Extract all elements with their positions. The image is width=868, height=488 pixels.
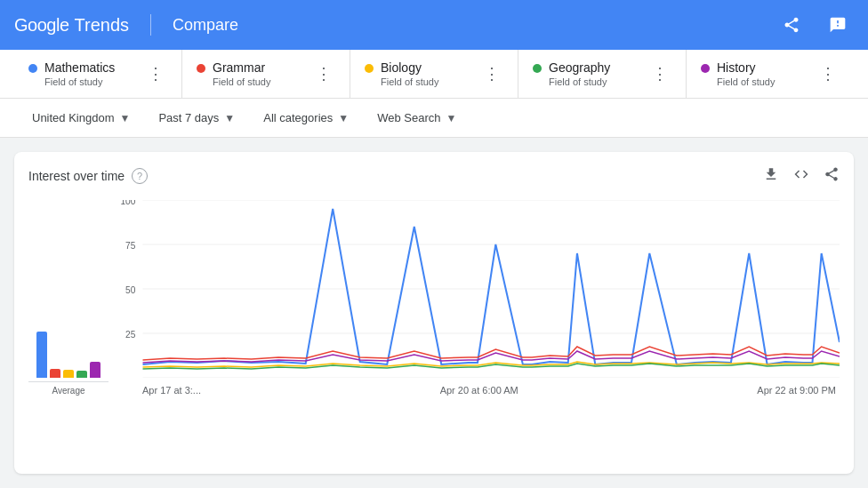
term-text-history: History Field of study (717, 60, 775, 87)
app-container: Google Trends Compare Ma (0, 0, 868, 488)
feedback-button[interactable] (822, 9, 854, 41)
mini-bar-1 (50, 369, 60, 378)
term-menu-grammar[interactable]: ⋮ (312, 60, 335, 87)
term-grammar: Grammar Field of study ⋮ (182, 50, 350, 98)
chart-body: Average 100 (28, 200, 840, 396)
term-dot-mathematics (28, 64, 37, 73)
header-left: Google Trends Compare (14, 14, 238, 36)
term-category-geography: Field of study (549, 76, 610, 87)
term-info-mathematics: Mathematics Field of study (28, 60, 144, 87)
term-text-grammar: Grammar Field of study (213, 60, 270, 87)
chart-actions (763, 166, 840, 186)
term-name-grammar: Grammar (213, 60, 270, 75)
term-category-mathematics: Field of study (44, 76, 115, 87)
time-label: Past 7 days (158, 111, 219, 124)
term-dot-biology (365, 64, 374, 73)
main-content: Mathematics Field of study ⋮ Grammar Fie… (0, 50, 868, 488)
google-wordmark: Google (14, 15, 69, 36)
average-label: Average (52, 386, 84, 396)
category-filter[interactable]: All categories ▼ (253, 106, 359, 130)
term-menu-geography[interactable]: ⋮ (648, 60, 671, 87)
mini-bar-chart (36, 324, 100, 378)
term-dot-history (701, 64, 710, 73)
time-filter[interactable]: Past 7 days ▼ (148, 106, 245, 130)
time-labels: Apr 17 at 3:... Apr 20 at 6:00 AM Apr 22… (116, 385, 840, 396)
term-name-history: History (717, 60, 775, 75)
main-chart-area: 100 75 50 25 (116, 200, 840, 396)
svg-text:25: 25 (125, 330, 136, 340)
trends-wordmark: Trends (75, 15, 130, 36)
term-name-biology: Biology (381, 60, 438, 75)
svg-text:50: 50 (125, 285, 136, 295)
term-category-history: Field of study (717, 76, 775, 87)
term-text-geography: Geography Field of study (549, 60, 610, 87)
mini-bar-3 (76, 371, 87, 378)
chart-header: Interest over time ? (28, 166, 840, 186)
share-button[interactable] (776, 9, 808, 41)
term-history: History Field of study ⋮ (687, 50, 854, 98)
region-filter[interactable]: United Kingdom ▼ (21, 106, 141, 130)
header-divider (150, 14, 151, 36)
search-type-chevron: ▼ (446, 112, 456, 124)
search-type-label: Web Search (377, 111, 440, 124)
chart-with-yaxis: 100 75 50 25 (116, 200, 840, 381)
svg-text:75: 75 (125, 241, 136, 251)
mini-bar-4 (90, 362, 100, 378)
category-chevron: ▼ (338, 112, 349, 124)
term-biology: Biology Field of study ⋮ (350, 50, 518, 98)
term-menu-history[interactable]: ⋮ (816, 60, 840, 87)
download-button[interactable] (763, 166, 779, 186)
region-label: United Kingdom (32, 111, 115, 124)
search-type-filter[interactable]: Web Search ▼ (366, 106, 467, 130)
term-text-mathematics: Mathematics Field of study (44, 60, 115, 87)
chart-title-area: Interest over time ? (28, 168, 148, 184)
chart-title: Interest over time (28, 169, 125, 183)
time-label-0: Apr 17 at 3:... (142, 385, 201, 396)
term-text-biology: Biology Field of study (381, 60, 438, 87)
term-geography: Geography Field of study ⋮ (518, 50, 687, 98)
term-category-grammar: Field of study (213, 76, 270, 87)
term-info-geography: Geography Field of study (533, 60, 648, 87)
time-label-1: Apr 20 at 6:00 AM (440, 385, 518, 396)
term-info-grammar: Grammar Field of study (197, 60, 312, 87)
header-title: Compare (173, 16, 238, 35)
term-mathematics: Mathematics Field of study ⋮ (14, 50, 182, 98)
term-info-history: History Field of study (701, 60, 816, 87)
chart-section: Interest over time ? (14, 152, 854, 474)
time-label-2: Apr 22 at 9:00 PM (757, 385, 836, 396)
chart-grid-svg: 100 75 50 25 (116, 200, 840, 378)
term-dot-grammar (197, 64, 205, 73)
term-name-geography: Geography (549, 60, 610, 75)
term-category-biology: Field of study (381, 76, 438, 87)
help-icon[interactable]: ? (132, 168, 148, 184)
filter-bar: United Kingdom ▼ Past 7 days ▼ All categ… (0, 99, 868, 138)
region-chevron: ▼ (120, 112, 131, 124)
category-label: All categories (263, 111, 333, 124)
embed-button[interactable] (793, 166, 809, 186)
term-info-biology: Biology Field of study (365, 60, 480, 87)
chart-left-panel: Average (28, 200, 108, 396)
term-menu-biology[interactable]: ⋮ (480, 60, 503, 87)
compare-bar: Mathematics Field of study ⋮ Grammar Fie… (0, 50, 868, 99)
google-trends-logo: Google Trends (14, 15, 129, 36)
share-chart-button[interactable] (824, 166, 840, 186)
header: Google Trends Compare (0, 0, 868, 50)
term-dot-geography (533, 64, 542, 73)
term-menu-mathematics[interactable]: ⋮ (144, 60, 167, 87)
term-name-mathematics: Mathematics (44, 60, 115, 75)
mini-bar-2 (63, 370, 74, 378)
mini-bar-0 (36, 332, 47, 378)
svg-text:100: 100 (120, 200, 135, 206)
time-chevron: ▼ (224, 112, 235, 124)
header-icons (776, 9, 854, 41)
